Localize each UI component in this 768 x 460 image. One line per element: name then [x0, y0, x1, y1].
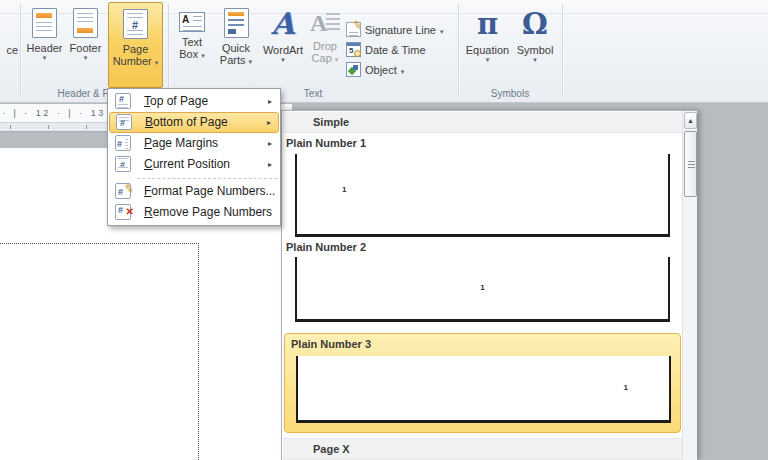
dropdown-arrow-icon: ▾ [249, 58, 253, 65]
gallery-item-preview: 1 [296, 356, 671, 423]
quick-parts-icon [224, 8, 249, 38]
remove-page-numbers-icon: #✕ [115, 204, 131, 220]
scrollbar-grip-icon [688, 161, 695, 169]
scrollbar-thumb[interactable] [684, 131, 697, 197]
scroll-up-arrow-icon: ▲ [687, 117, 694, 124]
dropdown-arrow-icon: ▾ [24, 54, 65, 62]
gallery-item-label: Plain Number 3 [291, 338, 371, 350]
submenu-arrow-icon: ▸ [268, 154, 272, 175]
submenu-arrow-icon: ▸ [268, 91, 272, 112]
menu-item-top-of-page[interactable]: # Top of Page ▸ [109, 91, 279, 112]
footer-icon [73, 8, 98, 38]
object-button[interactable]: Object▾ [346, 62, 404, 80]
group-separator [20, 4, 21, 96]
preview-page-number: 1 [297, 283, 668, 292]
date-time-button[interactable]: 5Date & Time [346, 42, 426, 60]
text-boundary-top [0, 243, 199, 244]
menu-item-current-position[interactable]: # Current Position ▸ [109, 154, 279, 175]
text-box-button[interactable]: A Text Box ▾ [171, 2, 213, 88]
symbol-button[interactable]: Ω Symbol ▾ [513, 2, 557, 88]
page-number-button[interactable]: # Page Number ▾ [108, 2, 163, 88]
dropdown-arrow-icon: ▾ [401, 68, 405, 75]
drop-cap-icon: A [310, 10, 340, 36]
gallery-item-label: Plain Number 1 [286, 137, 366, 149]
text-boundary-right [198, 243, 199, 460]
gallery-item-plain-number-1[interactable]: 1 [295, 154, 670, 237]
footer-button[interactable]: Footer ▾ [65, 2, 106, 88]
drop-cap-button[interactable]: A Drop Cap ▾ [305, 2, 345, 88]
signature-line-button[interactable]: ✎Signature Line▾ [346, 22, 443, 40]
menu-item-remove-page-numbers[interactable]: #✕ Remove Page Numbers [109, 202, 279, 223]
submenu-arrow-icon: ▸ [267, 113, 271, 132]
gallery-section-header-simple: Simple [283, 112, 682, 133]
dropdown-arrow-icon: ▾ [201, 52, 205, 59]
gallery-item-label: Plain Number 2 [286, 241, 366, 253]
dropdown-arrow-icon: ▾ [259, 56, 307, 64]
page-number-gallery: Simple Plain Number 1 1 Plain Number 2 1… [281, 110, 697, 460]
dropdown-arrow-icon: ▾ [513, 56, 557, 64]
header-icon [32, 8, 57, 38]
gallery-scrollbar[interactable]: ▲ [682, 111, 697, 460]
equation-button[interactable]: π Equation ▾ [463, 2, 512, 88]
text-box-icon: A [179, 12, 205, 32]
dropdown-arrow-icon: ▾ [155, 59, 159, 66]
dropdown-arrow-icon: ▾ [65, 54, 106, 62]
equation-icon: π [472, 8, 504, 40]
menu-item-bottom-of-page[interactable]: # Bottom of Page ▸ [109, 112, 279, 133]
submenu-arrow-icon: ▸ [268, 133, 272, 154]
page-number-icon: # [123, 9, 148, 39]
cross-reference-button-clipped[interactable]: ce [0, 44, 18, 56]
preview-page-number: 1 [624, 383, 628, 392]
gallery-section-header-page-x: Page X [283, 438, 682, 460]
gallery-item-plain-number-2[interactable]: 1 [295, 257, 670, 322]
signature-line-icon: ✎ [346, 22, 361, 37]
object-icon [346, 62, 361, 77]
dropdown-arrow-icon: ▾ [335, 56, 339, 63]
symbol-icon: Ω [519, 8, 551, 40]
menu-item-page-margins[interactable]: # Page Margins ▸ [109, 133, 279, 154]
preview-page-number: 1 [342, 185, 346, 194]
dropdown-arrow-icon: ▾ [440, 28, 444, 35]
wordart-button[interactable]: A WordArt ▾ [259, 2, 307, 88]
scrollbar-up-button[interactable]: ▲ [684, 112, 697, 129]
menu-item-format-page-numbers[interactable]: #✎ Format Page Numbers... [109, 181, 279, 202]
page-margins-icon: # [115, 135, 131, 151]
date-time-icon: 5 [346, 42, 361, 57]
group-separator [562, 4, 563, 96]
group-label-text: Text [268, 88, 358, 101]
current-position-icon: # [115, 156, 131, 172]
quick-parts-button[interactable]: Quick Parts ▾ [213, 2, 259, 88]
group-label-symbols: Symbols [465, 88, 555, 101]
word-insert-ribbon-screen: ce Header ▾ Footer ▾ # Page Number ▾ [0, 0, 768, 460]
menu-separator [137, 178, 277, 179]
dropdown-arrow-icon: ▾ [463, 56, 512, 64]
page-number-dropdown-menu: # Top of Page ▸ # Bottom of Page ▸ # Pag… [107, 88, 281, 226]
bottom-of-page-icon: # [116, 114, 132, 130]
wordart-icon: A [268, 8, 298, 40]
format-page-numbers-icon: #✎ [115, 183, 131, 199]
group-separator [168, 4, 169, 96]
header-button[interactable]: Header ▾ [24, 2, 65, 88]
gallery-item-plain-number-3[interactable]: Plain Number 3 1 [284, 333, 681, 433]
top-of-page-icon: # [115, 93, 131, 109]
group-separator [458, 4, 459, 96]
